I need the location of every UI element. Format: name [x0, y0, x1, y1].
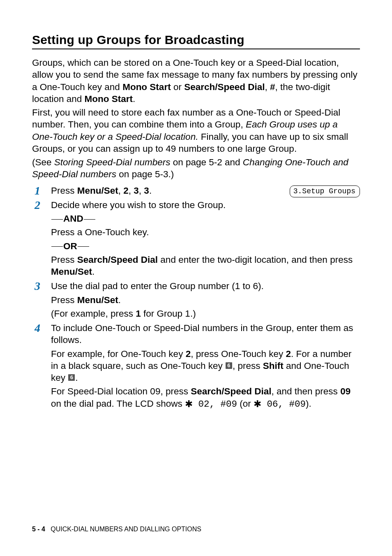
text: .	[149, 185, 152, 196]
step-3-line-1: Use the dial pad to enter the Group numb…	[51, 280, 360, 292]
text: ,	[118, 185, 124, 196]
text: Press	[51, 255, 77, 265]
key-2: 2	[286, 349, 291, 359]
dash-icon	[51, 246, 63, 247]
step-2-line-3: Press Search/Speed Dial and enter the tw…	[51, 254, 360, 278]
black-key-icon: 6	[68, 374, 75, 381]
and-label: AND	[63, 213, 83, 224]
text: (or	[237, 398, 254, 409]
mono-start-label: Mono Start	[85, 94, 133, 104]
text: Press	[51, 295, 77, 305]
page-number: 5 - 4	[32, 526, 45, 533]
text: on page 5-3.)	[116, 169, 174, 179]
page-footer: 5 - 4 QUICK-DIAL NUMBERS AND DIALLING OP…	[32, 526, 201, 533]
lcd-display: 3.Setup Groups	[290, 185, 360, 197]
intro-paragraph-1: Groups, which can be stored on a One-Tou…	[32, 57, 360, 105]
step-number: 2	[32, 199, 51, 211]
step-3-line-2: Press Menu/Set.	[51, 294, 360, 306]
text: (See	[32, 157, 54, 167]
step-number: 3	[32, 280, 51, 292]
step-1: 1 Press Menu/Set, 2, 3, 3. 3.Setup Group…	[32, 185, 360, 198]
text: For example, for One-Touch key	[51, 349, 186, 359]
key-2: 2	[186, 349, 191, 359]
step-number: 4	[32, 322, 51, 334]
text: For Speed-Dial location 09, press	[51, 386, 191, 396]
step-2-line-2: Press a One-Touch key.	[51, 226, 360, 238]
text: , press	[233, 361, 263, 371]
intro-block: Groups, which can be stored on a One-Tou…	[32, 57, 360, 181]
footer-label: QUICK-DIAL NUMBERS AND DIALLING OPTIONS	[51, 526, 201, 533]
text: for Group 1.)	[141, 308, 196, 319]
step-1-text: Press Menu/Set, 2, 3, 3.	[51, 185, 152, 197]
step-2: 2 Decide where you wish to store the Gro…	[32, 199, 360, 280]
lcd-text: 06, #09	[261, 399, 306, 410]
text: on the dial pad. The LCD shows	[51, 398, 185, 409]
step-4-line-1: To include One-Touch or Speed-Dial numbe…	[51, 322, 360, 346]
black-key-icon: 6	[226, 362, 232, 369]
lcd-text: 02, #09	[193, 399, 237, 410]
intro-paragraph-3: (See Storing Speed-Dial numbers on page …	[32, 156, 360, 181]
text: .	[133, 94, 135, 104]
hash-key: #	[270, 82, 275, 92]
menu-set-label: Menu/Set	[77, 295, 118, 305]
text: ).	[306, 398, 311, 409]
step-number: 1	[32, 185, 51, 197]
search-speed-dial-label: Search/Speed Dial	[77, 255, 158, 265]
step-2-line-1: Decide where you wish to store the Group…	[51, 199, 360, 211]
key-09: 09	[340, 386, 350, 396]
steps-list: 1 Press Menu/Set, 2, 3, 3. 3.Setup Group…	[32, 185, 360, 412]
text: ,	[265, 82, 270, 92]
key-1: 1	[136, 308, 141, 319]
text: Press	[51, 185, 77, 196]
dash-icon	[78, 246, 89, 247]
text: , and then press	[272, 386, 341, 396]
menu-set-label: Menu/Set	[51, 266, 92, 277]
step-3: 3 Use the dial pad to enter the Group nu…	[32, 280, 360, 321]
text: and enter the two-digit location, and th…	[158, 255, 353, 265]
star-icon: ✱	[185, 398, 193, 410]
and-separator: AND	[51, 213, 360, 225]
text: (For example, press	[51, 308, 136, 319]
step-4: 4 To include One-Touch or Speed-Dial num…	[32, 322, 360, 412]
menu-set-label: Menu/Set	[77, 185, 118, 196]
text: , press One-Touch key	[191, 349, 286, 359]
search-speed-dial-label: Search/Speed Dial	[191, 386, 271, 396]
dash-icon	[51, 219, 63, 220]
text: ,	[139, 185, 144, 196]
key-3: 3	[134, 185, 139, 196]
step-3-line-3: (For example, press 1 for Group 1.)	[51, 308, 360, 320]
star-icon: ✱	[254, 398, 261, 410]
step-4-line-2: For example, for One-Touch key 2, press …	[51, 348, 360, 384]
section-heading: Setting up Groups for Broadcasting	[32, 33, 360, 49]
intro-paragraph-2: First, you will need to store each fax n…	[32, 107, 360, 155]
or-label: OR	[63, 241, 77, 251]
text: .	[92, 266, 95, 277]
text: ,	[129, 185, 134, 196]
shift-label: Shift	[263, 361, 284, 371]
xref-storing-speed-dial: Storing Speed-Dial numbers	[54, 157, 171, 167]
text: or	[171, 82, 184, 92]
text: on page 5-2 and	[170, 157, 242, 167]
text: .	[75, 373, 78, 383]
key-3: 3	[144, 185, 149, 196]
key-2: 2	[123, 185, 129, 196]
mono-start-label: Mono Start	[122, 82, 171, 92]
text: .	[118, 295, 121, 305]
search-speed-dial-label: Search/Speed Dial	[184, 82, 265, 92]
step-4-line-3: For Speed-Dial location 09, press Search…	[51, 385, 360, 410]
dash-icon	[84, 219, 95, 220]
or-separator: OR	[51, 240, 360, 252]
